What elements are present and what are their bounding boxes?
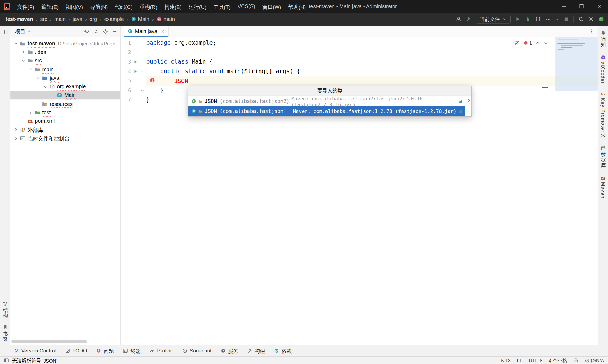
line-ending[interactable]: LF	[517, 358, 522, 363]
editor-line[interactable]: 3public class Main {	[121, 57, 598, 67]
menu-item[interactable]: 帮助(H)	[285, 0, 309, 13]
menu-item[interactable]: 构建(B)	[161, 0, 185, 13]
run-configuration-select[interactable]: 当前文件	[476, 15, 511, 24]
tool-button-key[interactable]: Key Promoter X	[600, 92, 606, 138]
panel-settings-gear-icon[interactable]	[103, 28, 108, 34]
project-panel-title[interactable]: 项目	[15, 28, 25, 35]
chevron-down-icon[interactable]	[555, 17, 559, 21]
tool-window-button-problems[interactable]: 问题	[96, 347, 114, 354]
tool-window-button-profiler[interactable]: Profiler	[150, 348, 173, 354]
tool-button-mvn[interactable]: mMaven	[600, 175, 606, 199]
chevron-right-icon[interactable]	[28, 110, 34, 115]
file-encoding[interactable]: UTF-8	[529, 358, 542, 363]
tool-window-button-sonarlint[interactable]: SonarLint	[182, 348, 211, 354]
editor-line[interactable]: 4 public static void main(String[] args)…	[121, 66, 598, 76]
chevron-right-icon[interactable]	[13, 128, 19, 132]
tool-window-button-services[interactable]: 服务	[221, 347, 238, 354]
fold-up-icon[interactable]	[140, 88, 145, 93]
import-option[interactable]: CJSON(com.alibaba.fastjson)Maven: com.al…	[188, 106, 465, 116]
breadcrumb-item[interactable]: example	[104, 16, 124, 22]
breadcrumb-item[interactable]: main	[54, 16, 66, 22]
tab-main-java[interactable]: C Main.java ×	[124, 26, 169, 37]
tool-button-bell[interactable]: 通知	[599, 30, 607, 47]
plugin-status-icon[interactable]	[598, 16, 604, 22]
coverage-button[interactable]	[535, 16, 541, 22]
tree-item[interactable]: 临时文件和控制台	[10, 134, 120, 143]
menu-item[interactable]: 导航(N)	[87, 0, 111, 13]
tool-window-button-todo[interactable]: TODO	[65, 348, 87, 354]
tree-item[interactable]: src	[10, 56, 120, 65]
breadcrumb-item[interactable]: org	[89, 16, 97, 22]
tree-item[interactable]: java	[10, 74, 120, 82]
breadcrumb-item[interactable]: mmain	[157, 16, 175, 22]
tab-options-icon[interactable]	[589, 26, 598, 37]
highlighting-off-icon[interactable]	[514, 40, 520, 46]
menu-item[interactable]: VCS(S)	[234, 0, 259, 13]
tool-window-button-vcs[interactable]: Version Control	[14, 348, 56, 354]
tree-item[interactable]: .idea	[10, 48, 120, 57]
chevron-down-icon[interactable]	[35, 76, 41, 80]
horizontal-scrollbar[interactable]	[11, 340, 87, 343]
submenu-arrow-icon[interactable]	[467, 98, 471, 103]
tree-item[interactable]: CMain	[10, 91, 120, 100]
breadcrumb-item[interactable]: java	[73, 16, 82, 22]
tool-button-db[interactable]: 数据库	[599, 146, 607, 168]
locate-file-icon[interactable]	[84, 28, 90, 34]
collapse-all-icon[interactable]	[93, 28, 99, 34]
minimize-button[interactable]	[555, 0, 572, 13]
tool-window-button-terminal[interactable]: 终端	[123, 347, 141, 354]
fold-down-icon[interactable]	[140, 69, 145, 73]
tool-button-aix[interactable]: aaiXcoder	[600, 55, 606, 84]
close-tab-icon[interactable]: ×	[161, 28, 164, 34]
menu-item[interactable]: 视图(V)	[62, 0, 87, 13]
breadcrumb-item[interactable]: CMain	[131, 16, 149, 22]
breadcrumb-item[interactable]: test-maven	[6, 16, 33, 22]
chevron-down-icon[interactable]	[20, 58, 26, 63]
tree-item[interactable]: main	[10, 65, 120, 74]
stop-button[interactable]	[563, 16, 569, 22]
previous-error-icon[interactable]	[535, 41, 540, 45]
debug-button[interactable]	[525, 16, 531, 22]
user-icon[interactable]	[456, 16, 461, 22]
tree-item[interactable]: test-mavenD:\IdeaProjects\IdeaProje	[10, 39, 120, 48]
code-editor[interactable]: 1package org.example;23public class Main…	[121, 37, 598, 345]
chevron-down-icon[interactable]	[13, 41, 19, 46]
chevron-down-icon[interactable]	[28, 67, 34, 72]
chevron-right-icon[interactable]	[13, 136, 19, 141]
run-gutter-icon[interactable]	[131, 60, 139, 64]
tree-item[interactable]: org.example	[10, 82, 120, 91]
error-intention-icon[interactable]	[150, 77, 155, 84]
run-gutter-icon[interactable]	[131, 69, 139, 73]
tree-item[interactable]: test	[10, 108, 120, 117]
menu-item[interactable]: 运行(U)	[185, 0, 210, 13]
caret-position[interactable]: 5:13	[501, 358, 511, 363]
tree-item[interactable]: resources	[10, 99, 120, 108]
import-option[interactable]: IJSON(com.alibaba.fastjson2)Maven: com.a…	[188, 97, 465, 106]
menu-item[interactable]: 编辑(E)	[38, 0, 62, 13]
chevron-right-icon[interactable]	[20, 50, 26, 55]
menu-item[interactable]: 文件(F)	[14, 0, 38, 13]
menu-item[interactable]: 代码(C)	[111, 0, 136, 13]
close-button[interactable]	[590, 0, 608, 13]
hide-panel-icon[interactable]	[112, 28, 118, 34]
editor-line[interactable]: 2	[121, 48, 598, 57]
tool-button-structure[interactable]: 结构	[1, 301, 9, 318]
memory-indicator[interactable]: Ø/N/A	[585, 358, 604, 363]
menu-item[interactable]: 重构(R)	[136, 0, 161, 13]
tool-window-button-build[interactable]: 构建	[247, 347, 265, 354]
settings-gear-icon[interactable]	[588, 16, 594, 22]
project-tool-button[interactable]	[2, 29, 8, 35]
menu-item[interactable]: 窗口(W)	[259, 0, 285, 13]
next-error-icon[interactable]	[544, 41, 548, 45]
run-button[interactable]	[515, 16, 521, 22]
tool-window-toggle-icon[interactable]	[4, 358, 9, 363]
chevron-down-icon[interactable]	[42, 84, 48, 89]
build-hammer-icon[interactable]	[466, 16, 472, 22]
error-stripe-mark[interactable]	[542, 87, 548, 88]
tree-item[interactable]: mpom.xml	[10, 117, 120, 126]
error-count-badge[interactable]: 1	[524, 40, 532, 46]
tool-window-button-deps[interactable]: 依赖	[274, 347, 292, 354]
profiler-button[interactable]	[545, 16, 551, 22]
tool-button-bookmarks[interactable]: 书签	[1, 325, 9, 342]
menu-item[interactable]: 工具(T)	[210, 0, 234, 13]
